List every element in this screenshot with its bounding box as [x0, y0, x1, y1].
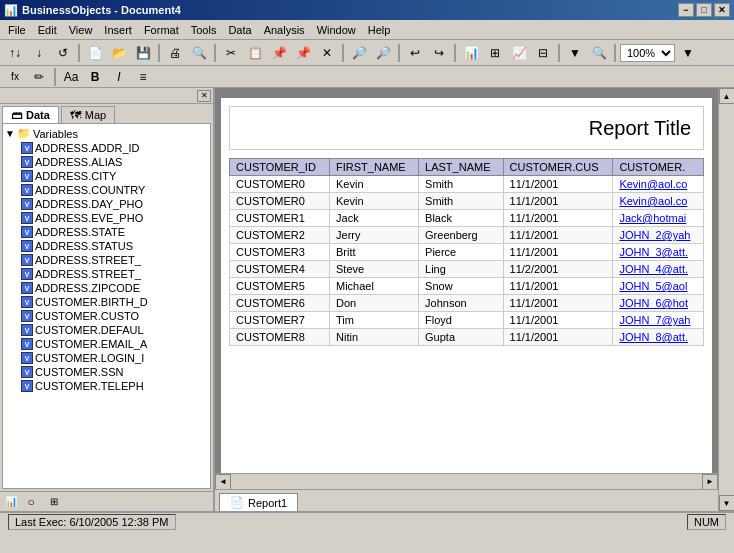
- cut-btn[interactable]: ✂: [220, 43, 242, 63]
- paste2-btn[interactable]: 📌: [292, 43, 314, 63]
- cell-email[interactable]: JOHN_8@att.: [613, 329, 704, 346]
- email-link[interactable]: JOHN_8@att.: [619, 331, 688, 343]
- tree-item-cust-custo[interactable]: V CUSTOMER.CUSTO: [5, 309, 208, 323]
- email-link[interactable]: JOHN_4@att.: [619, 263, 688, 275]
- tab-data[interactable]: 🗃 Data: [2, 106, 59, 123]
- h-scroll-left-btn[interactable]: ◄: [215, 474, 231, 490]
- panel-close-btn[interactable]: ✕: [197, 90, 211, 102]
- tree-item-addr-alias[interactable]: V ADDRESS.ALIAS: [5, 155, 208, 169]
- tree-item-cust-phone[interactable]: V CUSTOMER.TELEPH: [5, 379, 208, 393]
- tree-item-addr-status[interactable]: V ADDRESS.STATUS: [5, 239, 208, 253]
- zoom-dropdown-btn[interactable]: ▼: [677, 43, 699, 63]
- h-scroll-right-btn[interactable]: ►: [702, 474, 718, 490]
- find2-btn[interactable]: 🔎: [372, 43, 394, 63]
- print-btn[interactable]: 🖨: [164, 43, 186, 63]
- tree-item-addr-state[interactable]: V ADDRESS.STATE: [5, 225, 208, 239]
- report-scroll-area[interactable]: Report Title CUSTOMER_ID FIRST_NAME LAST…: [215, 88, 718, 473]
- menu-edit[interactable]: Edit: [32, 22, 63, 38]
- pivot-btn[interactable]: ⊟: [532, 43, 554, 63]
- tree-item-addr-day[interactable]: V ADDRESS.DAY_PHO: [5, 197, 208, 211]
- menu-tools[interactable]: Tools: [185, 22, 223, 38]
- cell-email[interactable]: JOHN_2@yah: [613, 227, 704, 244]
- tree-item-cust-birth[interactable]: V CUSTOMER.BIRTH_D: [5, 295, 208, 309]
- email-link[interactable]: JOHN_5@aol: [619, 280, 687, 292]
- menu-format[interactable]: Format: [138, 22, 185, 38]
- cell-email[interactable]: JOHN_3@att.: [613, 244, 704, 261]
- h-scroll-track[interactable]: [231, 474, 702, 489]
- report-btn[interactable]: 📊: [460, 43, 482, 63]
- format-btn[interactable]: Aa: [60, 67, 82, 87]
- menu-file[interactable]: File: [2, 22, 32, 38]
- extra-btn[interactable]: ≡: [132, 67, 154, 87]
- menu-window[interactable]: Window: [311, 22, 362, 38]
- tree-item-addr-zip[interactable]: V ADDRESS.ZIPCODE: [5, 281, 208, 295]
- v-scroll-up-btn[interactable]: ▲: [719, 88, 735, 104]
- edit-formula-btn[interactable]: ✏: [28, 67, 50, 87]
- tree-item-cust-default[interactable]: V CUSTOMER.DEFAUL: [5, 323, 208, 337]
- v-scrollbar[interactable]: ▲ ▼: [718, 88, 734, 511]
- tree-item-addr-eve[interactable]: V ADDRESS.EVE_PHO: [5, 211, 208, 225]
- email-link[interactable]: JOHN_2@yah: [619, 229, 690, 241]
- menu-analysis[interactable]: Analysis: [258, 22, 311, 38]
- tree-item-addr-id[interactable]: V ADDRESS.ADDR_ID: [5, 141, 208, 155]
- tree-item-addr-street1[interactable]: V ADDRESS.STREET_: [5, 253, 208, 267]
- paste-btn[interactable]: 📌: [268, 43, 290, 63]
- open-btn[interactable]: 📂: [108, 43, 130, 63]
- cell-email[interactable]: JOHN_7@yah: [613, 312, 704, 329]
- bold-btn[interactable]: B: [84, 67, 106, 87]
- var-icon: V: [21, 380, 33, 392]
- filter-btn[interactable]: ▼: [564, 43, 586, 63]
- cell-email[interactable]: JOHN_5@aol: [613, 278, 704, 295]
- cell-email[interactable]: JOHN_4@att.: [613, 261, 704, 278]
- cell-email[interactable]: Jack@hotmai: [613, 210, 704, 227]
- tab-report1[interactable]: 📄 Report1: [219, 493, 298, 511]
- table-btn[interactable]: ⊞: [484, 43, 506, 63]
- tree-item-cust-login[interactable]: V CUSTOMER.LOGIN_I: [5, 351, 208, 365]
- minimize-button[interactable]: −: [678, 3, 694, 17]
- email-link[interactable]: Kevin@aol.co: [619, 178, 687, 190]
- delete-btn[interactable]: ✕: [316, 43, 338, 63]
- email-link[interactable]: Kevin@aol.co: [619, 195, 687, 207]
- formula-btn[interactable]: fx: [4, 67, 26, 87]
- panel-radio1[interactable]: ○: [24, 495, 38, 509]
- zoom-select[interactable]: 100% 75% 50%: [620, 44, 675, 62]
- chart-btn[interactable]: 📈: [508, 43, 530, 63]
- tab-map[interactable]: 🗺 Map: [61, 106, 115, 123]
- sort-desc-btn[interactable]: ↓: [28, 43, 50, 63]
- menu-data[interactable]: Data: [222, 22, 257, 38]
- tree-area[interactable]: ▼ 📁 Variables V ADDRESS.ADDR_ID V ADDRES…: [2, 123, 211, 489]
- italic-btn[interactable]: I: [108, 67, 130, 87]
- refresh-btn[interactable]: ↺: [52, 43, 74, 63]
- panel-icon2[interactable]: ⊞: [42, 494, 66, 510]
- menu-insert[interactable]: Insert: [98, 22, 138, 38]
- find-btn[interactable]: 🔎: [348, 43, 370, 63]
- close-button[interactable]: ✕: [714, 3, 730, 17]
- menu-help[interactable]: Help: [362, 22, 397, 38]
- menu-view[interactable]: View: [63, 22, 99, 38]
- tree-item-addr-country[interactable]: V ADDRESS.COUNTRY: [5, 183, 208, 197]
- v-scroll-track[interactable]: [719, 104, 734, 495]
- email-link[interactable]: JOHN_6@hot: [619, 297, 688, 309]
- redo-btn[interactable]: ↪: [428, 43, 450, 63]
- cell-email[interactable]: Kevin@aol.co: [613, 176, 704, 193]
- new-btn[interactable]: 📄: [84, 43, 106, 63]
- cell-email[interactable]: Kevin@aol.co: [613, 193, 704, 210]
- tree-item-addr-street2[interactable]: V ADDRESS.STREET_: [5, 267, 208, 281]
- preview-btn[interactable]: 🔍: [188, 43, 210, 63]
- tree-item-addr-city[interactable]: V ADDRESS.CITY: [5, 169, 208, 183]
- tree-item-cust-email[interactable]: V CUSTOMER.EMAIL_A: [5, 337, 208, 351]
- panel-icon1[interactable]: 📊: [2, 494, 20, 510]
- email-link[interactable]: Jack@hotmai: [619, 212, 686, 224]
- cell-email[interactable]: JOHN_6@hot: [613, 295, 704, 312]
- copy-btn[interactable]: 📋: [244, 43, 266, 63]
- tree-item-cust-ssn[interactable]: V CUSTOMER.SSN: [5, 365, 208, 379]
- email-link[interactable]: JOHN_7@yah: [619, 314, 690, 326]
- undo-btn[interactable]: ↩: [404, 43, 426, 63]
- zoom-btn[interactable]: 🔍: [588, 43, 610, 63]
- email-link[interactable]: JOHN_3@att.: [619, 246, 688, 258]
- v-scroll-down-btn[interactable]: ▼: [719, 495, 735, 511]
- maximize-button[interactable]: □: [696, 3, 712, 17]
- h-scrollbar[interactable]: ◄ ►: [215, 473, 718, 489]
- save-btn[interactable]: 💾: [132, 43, 154, 63]
- sort-asc-btn[interactable]: ↑↓: [4, 43, 26, 63]
